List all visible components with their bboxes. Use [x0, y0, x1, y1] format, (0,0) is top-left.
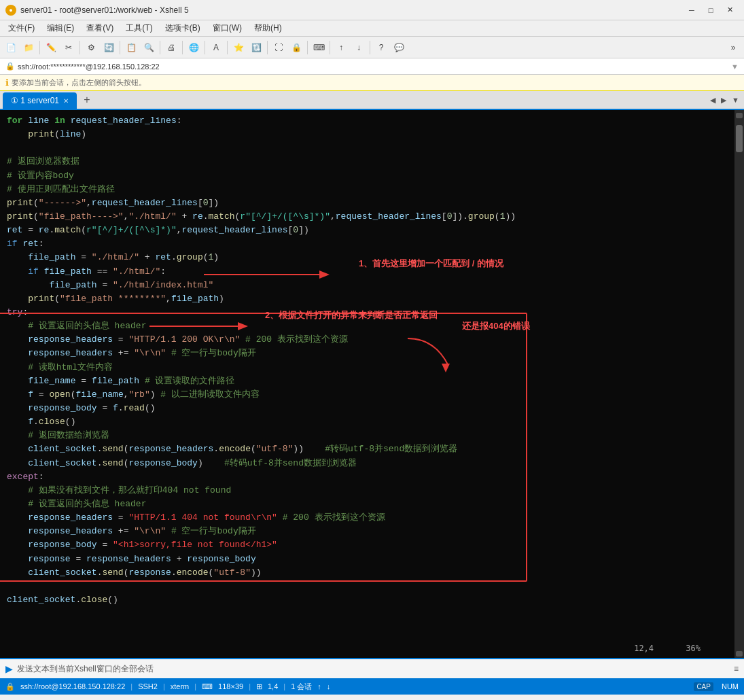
toolbar-star[interactable]: ⭐	[230, 39, 247, 56]
svg-marker-4	[442, 364, 450, 372]
toolbar-settings[interactable]: ⚙	[83, 39, 99, 56]
toolbar-search[interactable]: 🔍	[141, 39, 157, 56]
menu-tabs[interactable]: 选项卡(B)	[160, 21, 206, 35]
tab-nav-right[interactable]: ▶	[719, 96, 728, 105]
menu-edit[interactable]: 编辑(E)	[41, 21, 79, 35]
status-up-icon: ↑	[317, 682, 321, 690]
address-bar: 🔒 ssh://root:************@192.168.150.12…	[0, 58, 744, 75]
send-bar: ▶ 发送文本到当前Xshell窗口的全部会话 ≡	[0, 658, 744, 678]
code-line-33: response = response_headers + response_b…	[7, 553, 728, 566]
status-sessions: 1 会话	[291, 682, 312, 692]
status-cursor-icon: ⊞	[256, 682, 262, 691]
toolbar-font[interactable]: A	[208, 39, 224, 56]
close-button[interactable]: ✕	[721, 4, 739, 16]
menu-view[interactable]: 查看(V)	[81, 21, 119, 35]
toolbar-new[interactable]: 📄	[3, 39, 19, 56]
code-line-4: # 返回浏览器数据	[7, 155, 728, 169]
scrollbar-thumb[interactable]	[736, 125, 743, 152]
annotation-1-text: 1、首先这里增加一个匹配到 / 的情况	[359, 258, 503, 268]
code-line-3	[7, 141, 728, 155]
code-line-35	[7, 580, 728, 593]
status-sep-4: |	[249, 682, 251, 690]
address-text: ssh://root:************@192.168.150.128:…	[18, 63, 160, 71]
code-line-5: # 设置内容body	[7, 169, 728, 183]
terminal-container: for line in request_header_lines: print(…	[0, 110, 744, 658]
tab-nav-left[interactable]: ◀	[708, 96, 718, 105]
tab-navigation: ◀ ▶ ▼	[708, 96, 744, 105]
code-line-29: # 设置返回的头信息 header	[7, 497, 728, 511]
maximize-button[interactable]: □	[702, 4, 720, 16]
code-line-31: response_headers += "\r\n" # 空一行与body隔开	[7, 525, 728, 538]
toolbar-down[interactable]: ↓	[351, 39, 367, 56]
toolbar-extend[interactable]: »	[725, 39, 741, 56]
annotation-2-text: 2、根据文件打开的异常来判断是否正常返回	[265, 310, 438, 320]
annotation-3: 还是报404的错误	[462, 319, 530, 333]
code-line-27: except:	[7, 470, 728, 484]
code-line-23: f.close()	[7, 415, 728, 429]
terminal-cursor-info: 12,4 36%	[634, 642, 701, 655]
toolbar-globe[interactable]: 🌐	[185, 39, 202, 56]
code-line-19: # 读取html文件内容	[7, 361, 728, 374]
toolbar-kbd[interactable]: ⌨	[311, 39, 327, 56]
code-line-1: for line in request_header_lines:	[7, 114, 728, 128]
status-bar: 🔒 ssh://root@192.168.150.128:22 | SSH2 |…	[0, 678, 744, 695]
menu-tools[interactable]: 工具(T)	[120, 21, 158, 35]
info-text: 要添加当前会话，点击左侧的箭头按钮。	[12, 77, 146, 88]
code-line-32: response_body = "<h1>sorry,file not foun…	[7, 538, 728, 552]
code-line-2: print(line)	[7, 128, 728, 141]
toolbar-edit[interactable]: ✏️	[43, 39, 59, 56]
vertical-scrollbar[interactable]	[734, 110, 744, 658]
toolbar-lock[interactable]: 🔒	[288, 39, 304, 56]
code-line-6: # 使用正则匹配出文件路径	[7, 183, 728, 196]
code-line-34: client_socket.send(response.encode("utf-…	[7, 566, 728, 580]
scrollbar-down-arrow[interactable]	[736, 651, 743, 657]
code-line-18: response_headers += "\r\n" # 空一行与body隔开	[7, 347, 728, 360]
minimize-button[interactable]: ─	[683, 4, 701, 16]
code-line-7: print("------>",request_header_lines[0])	[7, 196, 728, 210]
menu-help[interactable]: 帮助(H)	[249, 21, 287, 35]
tab-label: ① 1 server01	[11, 96, 59, 105]
toolbar-help[interactable]: ?	[373, 39, 389, 56]
status-ssh-address: ssh://root@192.168.150.128:22	[20, 682, 125, 690]
menu-file[interactable]: 文件(F)	[3, 21, 40, 35]
code-line-30: response_headers = "HTTP/1.1 404 not fou…	[7, 511, 728, 525]
cursor-position: 12,4	[634, 644, 654, 653]
toolbar-copy[interactable]: 📋	[123, 39, 139, 56]
toolbar-msg[interactable]: 💬	[391, 39, 407, 56]
toolbar-fullscreen[interactable]: ⛶	[270, 39, 287, 56]
title-bar: ● server01 - root@server01:/work/web - X…	[0, 0, 744, 20]
status-sep-2: |	[163, 682, 165, 690]
tab-add-button[interactable]: +	[79, 92, 94, 107]
terminal-scroll[interactable]: for line in request_header_lines: print(…	[0, 110, 734, 658]
toolbar-cut[interactable]: ✂	[60, 39, 77, 56]
toolbar-open[interactable]: 📁	[20, 39, 37, 56]
zoom-level: 36%	[686, 644, 701, 653]
window-title: server01 - root@server01:/work/web - Xsh…	[20, 5, 189, 15]
tab-close-icon[interactable]: ✕	[63, 97, 69, 105]
toolbar: 📄 📁 ✏️ ✂ ⚙ 🔄 📋 🔍 🖨 🌐 A ⭐ 🔃 ⛶ 🔒 ⌨ ↑ ↓ ? 💬…	[0, 37, 744, 58]
status-sep-1: |	[130, 682, 132, 690]
status-sep-3: |	[194, 682, 196, 690]
status-lock-icon: 🔒	[5, 682, 15, 691]
address-dropdown[interactable]: ▼	[731, 63, 739, 71]
send-bar-expand[interactable]: ≡	[734, 664, 739, 673]
status-sep-5: |	[283, 682, 285, 690]
arrow3-svg	[408, 325, 489, 379]
status-right: CAP NUM	[694, 682, 739, 691]
status-icon-terminal: ⌨	[202, 682, 213, 691]
toolbar-sync[interactable]: 🔃	[248, 39, 264, 56]
tab-nav-menu[interactable]: ▼	[730, 96, 741, 104]
send-icon: ▶	[5, 663, 13, 674]
scrollbar-up-arrow[interactable]	[736, 113, 743, 118]
menu-window[interactable]: 窗口(W)	[207, 21, 247, 35]
toolbar-up[interactable]: ↑	[333, 39, 349, 56]
tab-server01[interactable]: ① 1 server01 ✕	[3, 92, 77, 109]
toolbar-print[interactable]: 🖨	[163, 39, 179, 56]
svg-marker-3	[238, 322, 248, 330]
status-terminal: xterm	[171, 682, 190, 690]
annotation-2: 2、根据文件打开的异常来判断是否正常返回	[245, 309, 438, 322]
window-controls: ─ □ ✕	[683, 4, 739, 16]
code-line-22: response_body = f.read()	[7, 402, 728, 415]
toolbar-refresh[interactable]: 🔄	[101, 39, 117, 56]
status-protocol: SSH2	[138, 682, 158, 690]
